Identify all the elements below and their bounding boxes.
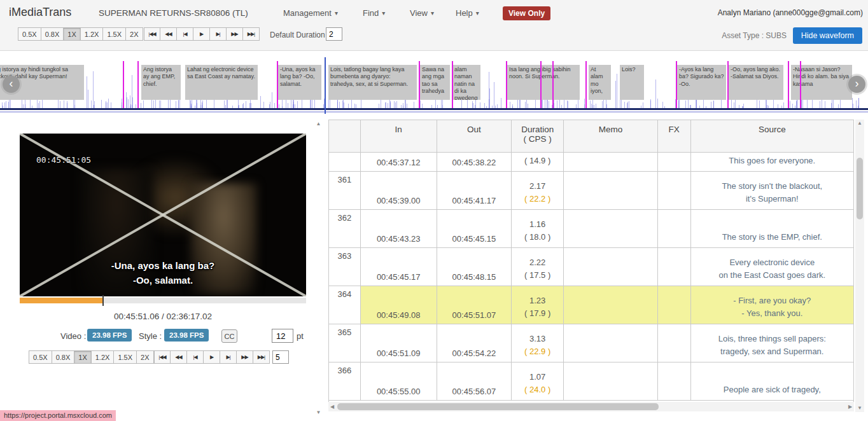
timeline-subtitle-block[interactable]: Lahat ng electronic device sa East Coast… [185, 65, 258, 100]
video-player[interactable]: 00:45:51:05 -Una, ayos ka lang ba? -Oo, … [20, 134, 306, 296]
source-cell[interactable]: People are sick of tragedy, [691, 362, 853, 400]
out-cell[interactable]: 00:45:45.15 [437, 210, 512, 247]
memo-cell[interactable] [564, 286, 658, 324]
source-cell[interactable]: Lois, three things sell papers: tragedy,… [691, 324, 853, 362]
timeline-subtitle-block[interactable]: Sawa na ang mga tao sa trahedya [420, 65, 450, 100]
playhead[interactable] [325, 57, 326, 114]
out-cell[interactable]: 00:45:41.17 [437, 172, 512, 209]
cc-button[interactable]: CC [221, 329, 237, 343]
scroll-left-icon[interactable]: ◀ [328, 402, 336, 411]
out-cell[interactable]: 00:45:54.22 [437, 324, 512, 362]
source-cell[interactable]: Every electronic device on the East Coas… [691, 248, 853, 286]
in-cell[interactable]: 00:45:45.17 [361, 248, 437, 286]
timeline-subtitle-block[interactable]: Isa lang ang ibig sabihin noon. Si Super… [507, 65, 580, 100]
timeline-subtitle-block[interactable]: -Oo, ayos lang ako. -Salamat sa Diyos. [729, 65, 783, 100]
table-row[interactable]: 00:45:37.12 00:45:38.22 1.10 ( 14.9 ) Th… [329, 153, 853, 172]
out-cell[interactable]: 00:45:38.22 [437, 153, 512, 171]
scroll-down-icon[interactable]: ▼ [855, 404, 864, 412]
speed-button[interactable]: 2X [126, 27, 143, 41]
in-cell[interactable]: 00:45:39.00 [361, 172, 437, 209]
in-cell[interactable]: 00:45:55.00 [361, 362, 437, 400]
panel-scroll-up-icon[interactable]: ▲ [314, 120, 323, 128]
speed-button[interactable]: 0.5X [18, 27, 41, 41]
speed-button-active[interactable]: 1X [64, 27, 80, 41]
menu-help[interactable]: Help ▾ [456, 8, 479, 18]
player-skip-end-button[interactable]: ▶▶| [253, 350, 270, 364]
memo-cell[interactable] [564, 324, 658, 362]
table-row[interactable]: 361 00:45:39.00 00:45:41.17 2.17 ( 22.2 … [329, 172, 853, 210]
player-rewind-button[interactable]: ◀◀ [171, 350, 187, 364]
memo-cell[interactable] [564, 248, 658, 286]
fx-cell[interactable] [658, 153, 691, 171]
in-cell[interactable]: 00:45:37.12 [361, 153, 437, 171]
in-cell[interactable]: 00:45:51.09 [361, 324, 437, 362]
player-frame-back-button[interactable]: |◀ [187, 350, 204, 364]
table-row[interactable]: 366 00:45:55.00 00:45:56.07 1.07 ( 24.0 … [329, 362, 853, 401]
timeline-subtitle-block[interactable]: At alam mo iyon, [589, 65, 611, 100]
fx-cell[interactable] [658, 324, 691, 362]
out-cell[interactable]: 00:45:56.07 [437, 362, 512, 400]
default-duration-input[interactable] [326, 27, 342, 41]
out-cell[interactable]: 00:45:48.15 [437, 248, 512, 286]
table-horizontal-scrollbar[interactable]: ◀ ▶ [328, 402, 854, 411]
speed-button[interactable]: 0.8X [41, 27, 64, 41]
memo-cell[interactable] [564, 153, 658, 171]
timeline-subtitle-block[interactable]: alam naman natin na di ka pwedeng magsul… [452, 65, 480, 100]
rewind-button[interactable]: ◀◀ [160, 27, 177, 41]
fast-forward-button[interactable]: ▶▶ [227, 27, 243, 41]
timeline-subtitle-block[interactable]: Lois? [620, 65, 644, 100]
play-button[interactable]: ▶ [193, 27, 210, 41]
menu-management[interactable]: Management ▾ [283, 8, 338, 18]
in-cell[interactable]: 00:45:43.23 [361, 210, 437, 247]
waveform-timeline[interactable]: Ang istorya ay hindi tungkol sa blackout… [0, 57, 868, 114]
fx-cell[interactable] [658, 362, 691, 400]
memo-cell[interactable] [564, 172, 658, 209]
horizontal-scroll-thumb[interactable] [337, 403, 659, 410]
scroll-right-icon[interactable]: ▶ [846, 402, 854, 411]
timeline-subtitle-block[interactable]: Lois, tatlong bagay lang kaya bumebenta … [328, 65, 417, 100]
hide-waveform-button[interactable]: Hide waveform [793, 27, 862, 44]
skip-start-button[interactable]: |◀◀ [144, 27, 160, 41]
player-fast-forward-button[interactable]: ▶▶ [237, 350, 253, 364]
video-progress-handle[interactable] [102, 295, 104, 306]
skip-end-button[interactable]: ▶▶| [243, 27, 260, 41]
table-row[interactable]: 363 00:45:45.17 00:45:48.15 2.22 ( 17.5 … [329, 248, 853, 286]
fx-cell[interactable] [658, 286, 691, 324]
table-row-selected[interactable]: 364 00:45:49.08 00:45:51.07 1.23 ( 17.9 … [329, 286, 853, 324]
memo-cell[interactable] [564, 210, 658, 247]
timeline-subtitle-block[interactable]: -Una, ayos ka lang ba? -Oo, salamat. [278, 65, 321, 100]
source-cell[interactable]: This goes for everyone. [691, 153, 853, 171]
frame-back-button[interactable]: |◀ [177, 27, 193, 41]
table-row[interactable]: 365 00:45:51.09 00:45:54.22 3.13 ( 22.9 … [329, 324, 853, 362]
player-speed-button-active[interactable]: 1X [74, 350, 91, 364]
player-speed-button[interactable]: 0.8X [52, 350, 75, 364]
menu-view[interactable]: View ▾ [410, 8, 434, 18]
scroll-up-icon[interactable]: ▲ [855, 120, 864, 127]
source-cell[interactable]: The story isn't the blackout, it's Super… [691, 172, 853, 209]
vertical-scroll-thumb[interactable] [857, 158, 863, 219]
timeline-scroll-right-button[interactable]: › [848, 76, 865, 93]
player-speed-button[interactable]: 1.2X [92, 350, 115, 364]
font-size-input[interactable] [272, 329, 293, 343]
panel-scroll-down-icon[interactable]: ▼ [314, 409, 323, 417]
speed-button[interactable]: 1.5X [103, 27, 126, 41]
speed-button[interactable]: 1.2X [81, 27, 104, 41]
fx-cell[interactable] [658, 248, 691, 286]
timeline-scroll-left-button[interactable]: ‹ [3, 76, 20, 93]
table-vertical-scrollbar[interactable]: ▲ ▼ [855, 120, 864, 412]
fx-cell[interactable] [658, 210, 691, 247]
frame-forward-button[interactable]: ▶| [210, 27, 227, 41]
menu-find[interactable]: Find ▾ [363, 8, 385, 18]
in-cell[interactable]: 00:45:49.08 [361, 286, 437, 324]
player-skip-start-button[interactable]: |◀◀ [154, 350, 171, 364]
source-cell[interactable]: - First, are you okay? - Yes, thank you. [691, 286, 853, 324]
memo-cell[interactable] [564, 362, 658, 400]
table-row[interactable]: 362 00:45:43.23 00:45:45.15 1.16 ( 18.0 … [329, 210, 853, 248]
timeline-subtitle-block[interactable]: Ang istorya ay ang EMP, chief. [141, 65, 181, 100]
player-play-button[interactable]: ▶ [204, 350, 220, 364]
video-progress-bar[interactable] [20, 298, 306, 303]
fx-cell[interactable] [658, 172, 691, 209]
timeline-subtitle-block[interactable]: -Ayos ka lang ba? Sigurado ka? -Oo. [677, 65, 726, 100]
player-speed-button[interactable]: 2X [137, 350, 153, 364]
player-speed-button[interactable]: 0.5X [29, 350, 52, 364]
